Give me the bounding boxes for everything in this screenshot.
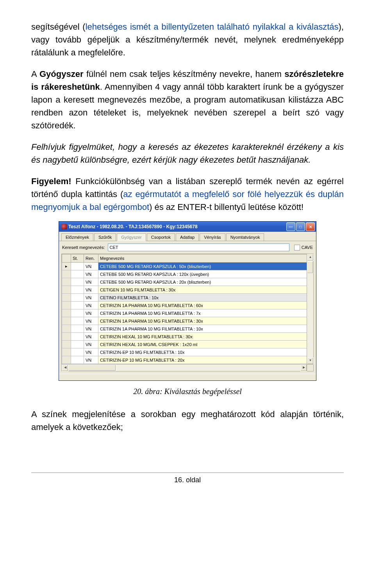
cell-name: CETEBE 500 MG RETARD KAPSZULA : 20x (bli…	[98, 278, 307, 286]
text: fülnél nem csak teljes készítmény nevekr…	[83, 69, 284, 79]
scroll-track[interactable]	[307, 274, 313, 357]
bold-text: Gyógyszer	[39, 69, 84, 79]
row-marker	[62, 309, 71, 317]
table-row[interactable]: VNCETIRIZIN 1A PHARMA 10 MG FILMTABLETTA…	[62, 325, 307, 333]
table-row[interactable]: VNCETIRIZIN 1A PHARMA 10 MG FILMTABLETTA…	[62, 317, 307, 325]
scroll-thumb[interactable]	[307, 261, 313, 274]
col-st[interactable]: St.	[71, 254, 84, 263]
link-text: lehetséges ismét a billentyűzeten találh…	[86, 22, 339, 32]
scroll-left-icon[interactable]: ◀	[62, 364, 68, 371]
cell-ren: VN	[84, 302, 98, 309]
table-row[interactable]: VNCETIRIZIN-EP 10 MG FILMTABLETTA : 20x	[62, 356, 307, 364]
cell-ren: VN	[84, 309, 98, 317]
tab-gyógyszer[interactable]: Gyógyszer	[117, 233, 146, 241]
cell-name: CETIRIZIN 1A PHARMA 10 MG FILMTABLETTA :…	[98, 325, 307, 333]
window-titlebar[interactable]: Teszt Alfonz - 1982.08.20. - TAJ:1345678…	[59, 222, 316, 232]
table-row[interactable]: VNCETIRIZIN-EP 10 MG FILMTABLETTA : 10x	[62, 348, 307, 356]
col-name[interactable]: Megnevezés	[98, 254, 307, 263]
tab-csoportok[interactable]: Csoportok	[147, 233, 175, 241]
app-icon	[61, 224, 67, 229]
cell-name: CETINO FILMTABLETTA : 10x	[98, 294, 307, 302]
page-number: 16. oldal	[0, 476, 375, 492]
search-bar: Keresett megnevezés: CAVE	[59, 241, 316, 254]
cell-st	[71, 333, 84, 341]
cell-st	[71, 317, 84, 325]
grid: St. Ren. Megnevezés ▸VNCETEBE 500 MG RET…	[61, 254, 314, 371]
scroll-up-icon[interactable]: ▲	[307, 254, 314, 261]
text: ) és az ENTER-t billentyű leütése között…	[149, 202, 304, 212]
figure-caption: 20. ábra: Kiválasztás begépeléssel	[31, 387, 344, 396]
cell-st	[71, 263, 84, 270]
cell-name: CETEBE 500 MG RETARD KAPSZULA : 120x (üv…	[98, 270, 307, 278]
table-row[interactable]: VNCETEBE 500 MG RETARD KAPSZULA : 120x (…	[62, 270, 307, 278]
table-row[interactable]: VNCETIRIZIN HEXAL 10 MG FILMTABLETTA : 3…	[62, 333, 307, 341]
cell-st	[71, 302, 84, 309]
close-icon: ✕	[309, 225, 312, 229]
row-marker	[62, 348, 71, 356]
tab-nyomtatványok[interactable]: Nyomtatványok	[226, 233, 264, 241]
paragraph-5: A színek megjelenítése a sorokban egy me…	[31, 408, 344, 433]
minimize-button[interactable]: —	[286, 222, 295, 231]
table-row[interactable]: VNCETINO FILMTABLETTA : 10x	[62, 294, 307, 302]
cell-st	[71, 286, 84, 294]
table-row[interactable]: VNCETIRIZIN 1A PHARMA 10 MG FILMTABLETTA…	[62, 309, 307, 317]
row-marker	[62, 317, 71, 325]
table-row[interactable]: VNCETIRIZIN HEXAL 10 MG/ML CSEPPEK : 1x2…	[62, 341, 307, 348]
maximize-icon: □	[299, 225, 302, 229]
cell-ren: VN	[84, 294, 98, 302]
cell-ren: VN	[84, 278, 98, 286]
cell-st	[71, 278, 84, 286]
cell-st	[71, 356, 84, 364]
cell-ren: VN	[84, 263, 98, 270]
bold-text: Figyelem!	[31, 176, 71, 186]
search-input[interactable]	[108, 243, 289, 251]
cell-ren: VN	[84, 270, 98, 278]
tab-adatlap[interactable]: Adatlap	[176, 233, 199, 241]
cell-st	[71, 325, 84, 333]
table-row[interactable]: VNCETIRIZIN 1A PHARMA 10 MG FILMTABLETTA…	[62, 302, 307, 309]
scroll-down-icon[interactable]: ▼	[307, 357, 314, 364]
table-row[interactable]: VNCETEBE 500 MG RETARD KAPSZULA : 20x (b…	[62, 278, 307, 286]
scroll-corner	[307, 364, 313, 371]
cell-name: CETIGEN 10 MG FILMTABLETTA : 30x	[98, 286, 307, 294]
tab-vényírás[interactable]: Vényírás	[200, 233, 225, 241]
row-header-blank	[62, 254, 71, 263]
cell-st	[71, 309, 84, 317]
row-marker	[62, 356, 71, 364]
tab-szűrők[interactable]: Szűrők	[94, 233, 116, 241]
maximize-button[interactable]: □	[296, 222, 305, 231]
cave-checkbox[interactable]	[294, 245, 300, 250]
cell-name: CETIRIZIN-EP 10 MG FILMTABLETTA : 10x	[98, 348, 307, 356]
cave-label: CAVE	[302, 245, 313, 250]
text: segítségével (	[31, 22, 86, 32]
cell-st	[71, 348, 84, 356]
table-row[interactable]: ▸VNCETEBE 500 MG RETARD KAPSZULA : 50x (…	[62, 263, 307, 270]
scroll-right-icon[interactable]: ▶	[300, 364, 307, 371]
row-marker	[62, 286, 71, 294]
hscroll-track[interactable]	[68, 364, 300, 371]
text: A	[31, 69, 39, 79]
row-marker	[62, 270, 71, 278]
screenshot-window: Teszt Alfonz - 1982.08.20. - TAJ:1345678…	[59, 221, 316, 381]
cell-name: CETIRIZIN 1A PHARMA 10 MG FILMTABLETTA :…	[98, 309, 307, 317]
row-marker	[62, 302, 71, 309]
tab-előzmények[interactable]: Előzmények	[61, 233, 93, 241]
cell-name: CETIRIZIN-EP 10 MG FILMTABLETTA : 20x	[98, 356, 307, 364]
hscroll-thumb[interactable]	[68, 364, 116, 371]
row-marker: ▸	[62, 263, 71, 270]
horizontal-scrollbar[interactable]: ◀ ▶	[62, 364, 307, 371]
cell-name: CETIRIZIN 1A PHARMA 10 MG FILMTABLETTA :…	[98, 317, 307, 325]
close-button[interactable]: ✕	[306, 222, 315, 231]
cell-st	[71, 270, 84, 278]
paragraph-4: Figyelem! Funkciókülönbség van a listába…	[31, 175, 344, 213]
cell-ren: VN	[84, 317, 98, 325]
tab-strip: ElőzményekSzűrőkGyógyszerCsoportokAdatla…	[59, 232, 316, 241]
paragraph-3: Felhívjuk figyelmüket, hogy a keresés az…	[31, 140, 344, 166]
col-ren[interactable]: Ren.	[84, 254, 98, 263]
vertical-scrollbar[interactable]: ▲ ▼	[307, 254, 313, 364]
minimize-icon: —	[289, 225, 293, 229]
table-row[interactable]: VNCETIGEN 10 MG FILMTABLETTA : 30x	[62, 286, 307, 294]
row-marker	[62, 333, 71, 341]
cell-st	[71, 341, 84, 348]
status-bar	[59, 374, 316, 380]
